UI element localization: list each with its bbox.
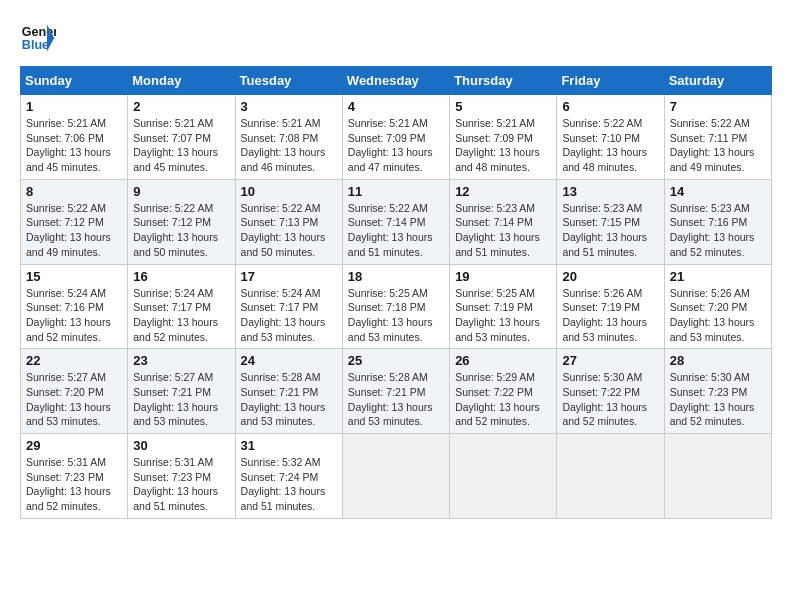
calendar-day-24: 24Sunrise: 5:28 AMSunset: 7:21 PMDayligh… bbox=[235, 349, 342, 434]
calendar-header-tuesday: Tuesday bbox=[235, 67, 342, 95]
day-detail: Sunrise: 5:22 AMSunset: 7:13 PMDaylight:… bbox=[241, 202, 326, 258]
day-number: 8 bbox=[26, 184, 122, 199]
day-number: 11 bbox=[348, 184, 444, 199]
day-number: 27 bbox=[562, 353, 658, 368]
logo-icon: General Blue bbox=[20, 20, 56, 56]
day-detail: Sunrise: 5:22 AMSunset: 7:12 PMDaylight:… bbox=[133, 202, 218, 258]
calendar-day-21: 21Sunrise: 5:26 AMSunset: 7:20 PMDayligh… bbox=[664, 264, 771, 349]
day-number: 29 bbox=[26, 438, 122, 453]
svg-text:Blue: Blue bbox=[22, 38, 49, 52]
day-number: 2 bbox=[133, 99, 229, 114]
day-detail: Sunrise: 5:28 AMSunset: 7:21 PMDaylight:… bbox=[348, 371, 433, 427]
day-detail: Sunrise: 5:26 AMSunset: 7:20 PMDaylight:… bbox=[670, 287, 755, 343]
calendar-day-empty bbox=[450, 434, 557, 519]
day-detail: Sunrise: 5:24 AMSunset: 7:16 PMDaylight:… bbox=[26, 287, 111, 343]
day-detail: Sunrise: 5:21 AMSunset: 7:09 PMDaylight:… bbox=[348, 117, 433, 173]
day-number: 25 bbox=[348, 353, 444, 368]
calendar-day-30: 30Sunrise: 5:31 AMSunset: 7:23 PMDayligh… bbox=[128, 434, 235, 519]
calendar-day-31: 31Sunrise: 5:32 AMSunset: 7:24 PMDayligh… bbox=[235, 434, 342, 519]
day-number: 3 bbox=[241, 99, 337, 114]
day-number: 23 bbox=[133, 353, 229, 368]
day-detail: Sunrise: 5:23 AMSunset: 7:14 PMDaylight:… bbox=[455, 202, 540, 258]
calendar-day-26: 26Sunrise: 5:29 AMSunset: 7:22 PMDayligh… bbox=[450, 349, 557, 434]
calendar-header-sunday: Sunday bbox=[21, 67, 128, 95]
calendar-day-6: 6Sunrise: 5:22 AMSunset: 7:10 PMDaylight… bbox=[557, 95, 664, 180]
calendar-header-row: SundayMondayTuesdayWednesdayThursdayFrid… bbox=[21, 67, 772, 95]
day-number: 17 bbox=[241, 269, 337, 284]
calendar-day-5: 5Sunrise: 5:21 AMSunset: 7:09 PMDaylight… bbox=[450, 95, 557, 180]
day-detail: Sunrise: 5:21 AMSunset: 7:07 PMDaylight:… bbox=[133, 117, 218, 173]
calendar-day-8: 8Sunrise: 5:22 AMSunset: 7:12 PMDaylight… bbox=[21, 179, 128, 264]
day-detail: Sunrise: 5:22 AMSunset: 7:14 PMDaylight:… bbox=[348, 202, 433, 258]
day-detail: Sunrise: 5:29 AMSunset: 7:22 PMDaylight:… bbox=[455, 371, 540, 427]
calendar-table: SundayMondayTuesdayWednesdayThursdayFrid… bbox=[20, 66, 772, 519]
calendar-day-28: 28Sunrise: 5:30 AMSunset: 7:23 PMDayligh… bbox=[664, 349, 771, 434]
calendar-header-wednesday: Wednesday bbox=[342, 67, 449, 95]
calendar-week-2: 8Sunrise: 5:22 AMSunset: 7:12 PMDaylight… bbox=[21, 179, 772, 264]
day-detail: Sunrise: 5:30 AMSunset: 7:23 PMDaylight:… bbox=[670, 371, 755, 427]
calendar-day-18: 18Sunrise: 5:25 AMSunset: 7:18 PMDayligh… bbox=[342, 264, 449, 349]
calendar-week-3: 15Sunrise: 5:24 AMSunset: 7:16 PMDayligh… bbox=[21, 264, 772, 349]
day-detail: Sunrise: 5:21 AMSunset: 7:06 PMDaylight:… bbox=[26, 117, 111, 173]
day-detail: Sunrise: 5:22 AMSunset: 7:11 PMDaylight:… bbox=[670, 117, 755, 173]
calendar-day-20: 20Sunrise: 5:26 AMSunset: 7:19 PMDayligh… bbox=[557, 264, 664, 349]
day-detail: Sunrise: 5:28 AMSunset: 7:21 PMDaylight:… bbox=[241, 371, 326, 427]
day-number: 20 bbox=[562, 269, 658, 284]
calendar-day-4: 4Sunrise: 5:21 AMSunset: 7:09 PMDaylight… bbox=[342, 95, 449, 180]
day-detail: Sunrise: 5:21 AMSunset: 7:09 PMDaylight:… bbox=[455, 117, 540, 173]
calendar-week-5: 29Sunrise: 5:31 AMSunset: 7:23 PMDayligh… bbox=[21, 434, 772, 519]
day-number: 9 bbox=[133, 184, 229, 199]
calendar-day-11: 11Sunrise: 5:22 AMSunset: 7:14 PMDayligh… bbox=[342, 179, 449, 264]
day-number: 6 bbox=[562, 99, 658, 114]
day-number: 1 bbox=[26, 99, 122, 114]
calendar-day-10: 10Sunrise: 5:22 AMSunset: 7:13 PMDayligh… bbox=[235, 179, 342, 264]
calendar-day-2: 2Sunrise: 5:21 AMSunset: 7:07 PMDaylight… bbox=[128, 95, 235, 180]
day-number: 5 bbox=[455, 99, 551, 114]
day-detail: Sunrise: 5:31 AMSunset: 7:23 PMDaylight:… bbox=[133, 456, 218, 512]
calendar-header-monday: Monday bbox=[128, 67, 235, 95]
day-number: 10 bbox=[241, 184, 337, 199]
calendar-day-empty bbox=[557, 434, 664, 519]
day-number: 12 bbox=[455, 184, 551, 199]
calendar-day-14: 14Sunrise: 5:23 AMSunset: 7:16 PMDayligh… bbox=[664, 179, 771, 264]
calendar-day-1: 1Sunrise: 5:21 AMSunset: 7:06 PMDaylight… bbox=[21, 95, 128, 180]
day-number: 24 bbox=[241, 353, 337, 368]
day-number: 19 bbox=[455, 269, 551, 284]
day-number: 18 bbox=[348, 269, 444, 284]
day-number: 21 bbox=[670, 269, 766, 284]
day-number: 7 bbox=[670, 99, 766, 114]
day-number: 22 bbox=[26, 353, 122, 368]
calendar-header-friday: Friday bbox=[557, 67, 664, 95]
calendar-week-4: 22Sunrise: 5:27 AMSunset: 7:20 PMDayligh… bbox=[21, 349, 772, 434]
calendar-day-22: 22Sunrise: 5:27 AMSunset: 7:20 PMDayligh… bbox=[21, 349, 128, 434]
day-number: 28 bbox=[670, 353, 766, 368]
calendar-day-13: 13Sunrise: 5:23 AMSunset: 7:15 PMDayligh… bbox=[557, 179, 664, 264]
day-number: 15 bbox=[26, 269, 122, 284]
day-detail: Sunrise: 5:25 AMSunset: 7:18 PMDaylight:… bbox=[348, 287, 433, 343]
calendar-day-19: 19Sunrise: 5:25 AMSunset: 7:19 PMDayligh… bbox=[450, 264, 557, 349]
day-detail: Sunrise: 5:32 AMSunset: 7:24 PMDaylight:… bbox=[241, 456, 326, 512]
day-detail: Sunrise: 5:23 AMSunset: 7:15 PMDaylight:… bbox=[562, 202, 647, 258]
calendar-day-3: 3Sunrise: 5:21 AMSunset: 7:08 PMDaylight… bbox=[235, 95, 342, 180]
calendar-day-23: 23Sunrise: 5:27 AMSunset: 7:21 PMDayligh… bbox=[128, 349, 235, 434]
calendar-day-12: 12Sunrise: 5:23 AMSunset: 7:14 PMDayligh… bbox=[450, 179, 557, 264]
day-detail: Sunrise: 5:24 AMSunset: 7:17 PMDaylight:… bbox=[133, 287, 218, 343]
day-detail: Sunrise: 5:26 AMSunset: 7:19 PMDaylight:… bbox=[562, 287, 647, 343]
day-detail: Sunrise: 5:24 AMSunset: 7:17 PMDaylight:… bbox=[241, 287, 326, 343]
calendar-header-saturday: Saturday bbox=[664, 67, 771, 95]
calendar-day-29: 29Sunrise: 5:31 AMSunset: 7:23 PMDayligh… bbox=[21, 434, 128, 519]
day-number: 30 bbox=[133, 438, 229, 453]
day-detail: Sunrise: 5:25 AMSunset: 7:19 PMDaylight:… bbox=[455, 287, 540, 343]
calendar-header-thursday: Thursday bbox=[450, 67, 557, 95]
day-detail: Sunrise: 5:27 AMSunset: 7:21 PMDaylight:… bbox=[133, 371, 218, 427]
calendar-day-empty bbox=[664, 434, 771, 519]
calendar-day-25: 25Sunrise: 5:28 AMSunset: 7:21 PMDayligh… bbox=[342, 349, 449, 434]
day-number: 26 bbox=[455, 353, 551, 368]
day-number: 16 bbox=[133, 269, 229, 284]
calendar-week-1: 1Sunrise: 5:21 AMSunset: 7:06 PMDaylight… bbox=[21, 95, 772, 180]
day-detail: Sunrise: 5:22 AMSunset: 7:10 PMDaylight:… bbox=[562, 117, 647, 173]
day-detail: Sunrise: 5:27 AMSunset: 7:20 PMDaylight:… bbox=[26, 371, 111, 427]
calendar-day-15: 15Sunrise: 5:24 AMSunset: 7:16 PMDayligh… bbox=[21, 264, 128, 349]
day-detail: Sunrise: 5:22 AMSunset: 7:12 PMDaylight:… bbox=[26, 202, 111, 258]
page-header: General Blue bbox=[20, 20, 772, 56]
